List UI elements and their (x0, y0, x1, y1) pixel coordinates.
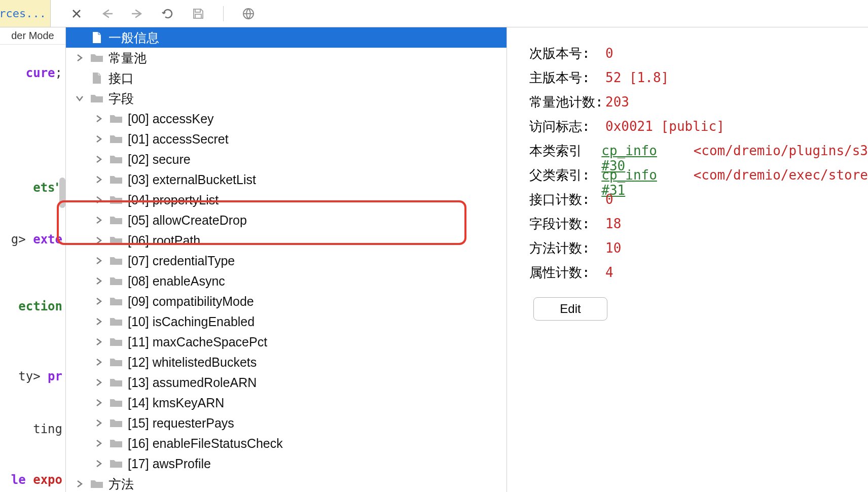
chevron-icon[interactable] (93, 216, 104, 224)
tree-item[interactable]: 字段 (66, 88, 507, 109)
detail-row: 属性计数:4 (529, 264, 868, 288)
folder-icon (110, 336, 123, 347)
tree-item[interactable]: [13] assumedRoleARN (66, 372, 507, 393)
folder-icon (110, 357, 123, 368)
tree-item-label: [00] accessKey (128, 112, 214, 126)
detail-suffix: <com/dremio/plugins/s3 (694, 143, 868, 158)
tree-item[interactable]: [04] propertyList (66, 190, 507, 210)
tree-item[interactable]: 接口 (66, 68, 507, 88)
tree-item[interactable]: [06] rootPath (66, 230, 507, 251)
tree-item[interactable]: [01] accessSecret (66, 129, 507, 149)
code-fragment: ting (33, 422, 62, 436)
tree-item-label: [09] compatibilityMode (128, 294, 254, 309)
file-icon (90, 32, 103, 43)
chevron-icon[interactable] (93, 115, 104, 123)
folder-icon (110, 255, 123, 266)
save-icon[interactable] (191, 6, 206, 21)
chevron-icon[interactable] (74, 54, 85, 62)
folder-icon (110, 316, 123, 327)
chevron-icon[interactable] (93, 236, 104, 244)
chevron-icon[interactable] (93, 155, 104, 163)
cp-info-link[interactable]: cp_info #31 (601, 167, 684, 198)
body: der Mode cure;ets"g> exteectionty> prtin… (0, 27, 868, 492)
chevron-icon[interactable] (93, 297, 104, 305)
edit-button[interactable]: Edit (533, 297, 607, 321)
chevron-icon[interactable] (93, 439, 104, 447)
tree-item[interactable]: [15] requesterPays (66, 413, 507, 433)
folder-icon (110, 133, 123, 145)
back-icon[interactable] (99, 6, 115, 21)
tree-item[interactable]: [00] accessKey (66, 109, 507, 129)
chevron-icon[interactable] (74, 95, 85, 101)
tree-item[interactable]: [12] whitelistedBuckets (66, 352, 507, 372)
detail-row: 访问标志:0x0021 [public] (529, 118, 868, 142)
detail-label: 访问标志: (529, 118, 605, 135)
chevron-icon[interactable] (93, 378, 104, 386)
chevron-icon[interactable] (93, 460, 104, 468)
detail-value: 0 (605, 46, 613, 61)
tree-item[interactable]: 方法 (66, 474, 507, 492)
detail-row: 接口计数:0 (529, 191, 868, 215)
chevron-icon[interactable] (93, 358, 104, 366)
tree-item-label: [04] propertyList (128, 193, 219, 207)
tree-item[interactable]: [17] awsProfile (66, 453, 507, 474)
toolbar-icons (51, 6, 256, 21)
detail-label: 父类索引: (529, 166, 601, 184)
tree-item-label: [01] accessSecret (128, 132, 229, 147)
chevron-icon[interactable] (93, 419, 104, 427)
tree-item[interactable]: 一般信息 (66, 27, 507, 48)
detail-label: 常量池计数: (529, 93, 605, 111)
tree-item-label: [14] kmsKeyARN (128, 396, 224, 410)
tree-item[interactable]: [05] allowCreateDrop (66, 210, 507, 230)
code-fragment: cure; (26, 66, 62, 80)
chevron-icon[interactable] (93, 257, 104, 265)
tree-item[interactable]: [09] compatibilityMode (66, 291, 507, 311)
tree-item[interactable]: 常量池 (66, 48, 507, 68)
refresh-icon[interactable] (160, 6, 175, 21)
tree-item[interactable]: [08] enableAsync (66, 271, 507, 291)
code-fragment: le expo (11, 473, 62, 487)
file-icon (90, 73, 103, 84)
detail-row: 主版本号:52 [1.8] (529, 69, 868, 93)
toolbar-separator (223, 6, 224, 21)
folder-icon (110, 194, 123, 205)
folder-icon (110, 458, 123, 469)
detail-label: 次版本号: (529, 45, 605, 62)
detail-row: 本类索引cp_info #30<com/dremio/plugins/s3 (529, 142, 868, 166)
chevron-icon[interactable] (93, 399, 104, 407)
globe-icon[interactable] (241, 6, 256, 21)
chevron-icon[interactable] (93, 135, 104, 143)
chevron-icon[interactable] (93, 277, 104, 285)
tree-item[interactable]: [07] credentialType (66, 251, 507, 271)
chevron-icon[interactable] (74, 480, 85, 488)
toolbar-left-tab[interactable]: urces... (0, 0, 51, 27)
chevron-icon[interactable] (93, 175, 104, 184)
code-tab[interactable]: der Mode (0, 27, 65, 45)
forward-icon[interactable] (130, 6, 145, 21)
folder-icon (110, 296, 123, 307)
chevron-icon[interactable] (93, 338, 104, 346)
detail-label: 方法计数: (529, 239, 605, 257)
scrollbar-thumb[interactable] (59, 178, 65, 208)
detail-value: 203 (605, 94, 629, 110)
tree-item-label: [08] enableAsync (128, 274, 225, 289)
tree-item-label: [16] enableFileStatusCheck (128, 436, 283, 451)
tree-item[interactable]: [11] maxCacheSpacePct (66, 332, 507, 352)
close-icon[interactable] (69, 6, 84, 21)
tree-item-label: [10] isCachingEnabled (128, 314, 255, 329)
code-fragment: ection (18, 299, 62, 313)
folder-icon (110, 417, 123, 429)
tree-item[interactable]: [16] enableFileStatusCheck (66, 433, 507, 453)
tree-item[interactable]: [14] kmsKeyARN (66, 393, 507, 413)
tree-item-label: [03] externalBucketList (128, 172, 256, 187)
detail-label: 字段计数: (529, 215, 605, 233)
detail-value: 52 [1.8] (605, 70, 669, 85)
tree-item[interactable]: [03] externalBucketList (66, 169, 507, 190)
chevron-icon[interactable] (93, 196, 104, 204)
tree-item[interactable]: [10] isCachingEnabled (66, 311, 507, 332)
detail-label: 本类索引 (529, 142, 601, 160)
chevron-icon[interactable] (93, 318, 104, 326)
detail-value: 18 (605, 216, 621, 231)
folder-icon (90, 93, 103, 104)
tree-item[interactable]: [02] secure (66, 149, 507, 169)
